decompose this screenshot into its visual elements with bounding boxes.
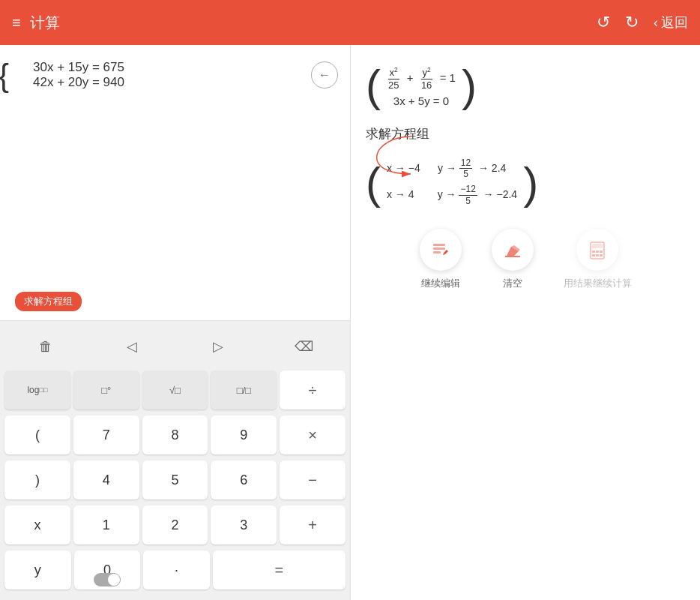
header-title: 计算 — [30, 13, 597, 33]
keyboard: 🗑 ◁ ▷ ⌫ log□□ □° √□ □/□ ÷ ( 7 8 9 × — [0, 321, 350, 600]
use-result-button[interactable]: 用结果继续计算 — [564, 229, 632, 290]
key-7[interactable]: 7 — [73, 416, 139, 454]
key-3[interactable]: 3 — [211, 506, 277, 544]
key-9[interactable]: 9 — [211, 416, 277, 454]
keyboard-row-2: ( 7 8 9 × — [3, 414, 347, 456]
header: ≡ 计算 ↺ ↻ ‹ 返回 — [0, 0, 700, 45]
continue-edit-label: 继续编辑 — [421, 277, 460, 290]
key-4[interactable]: 4 — [73, 460, 139, 500]
svg-rect-11 — [596, 254, 599, 256]
equation-lines: 30x + 15y = 675 42x + 20y = 940 — [27, 60, 124, 90]
big-paren-open: ( — [366, 64, 381, 109]
keyboard-nav-row: 🗑 ◁ ▷ ⌫ — [3, 327, 347, 366]
equation-display: { 30x + 15y = 675 42x + 20y = 940 ← — [12, 60, 338, 90]
clear-icon — [492, 229, 534, 271]
equation-line-2: 42x + 20y = 940 — [33, 75, 124, 90]
svg-rect-9 — [600, 250, 603, 253]
frac-x2-25: x2 25 — [387, 66, 400, 92]
key-add[interactable]: + — [280, 506, 346, 544]
svg-rect-3 — [433, 251, 441, 254]
clear-label: 清空 — [503, 277, 522, 290]
problem-eq-1: x2 25 + y2 16 = 1 — [387, 66, 456, 92]
key-5[interactable]: 5 — [142, 460, 208, 500]
frac-y2-16: y2 16 — [420, 66, 433, 92]
key-close-paren[interactable]: ) — [4, 460, 70, 500]
equation-line-1: 30x + 15y = 675 — [33, 60, 124, 75]
bracket-left: { — [0, 60, 9, 92]
menu-icon[interactable]: ≡ — [12, 14, 21, 32]
svg-rect-1 — [433, 244, 445, 246]
backspace-icon: ← — [319, 68, 331, 82]
key-left[interactable]: ◁ — [91, 328, 174, 364]
key-equals[interactable]: = — [213, 550, 346, 590]
continue-edit-icon — [420, 229, 462, 271]
key-delete[interactable]: 🗑 — [4, 328, 88, 364]
key-x[interactable]: x — [4, 506, 70, 544]
key-multiply[interactable]: × — [280, 416, 346, 454]
keyboard-row-5: y 0 · = — [3, 549, 347, 591]
main-content: { 30x + 15y = 675 42x + 20y = 940 ← 求解方程… — [0, 45, 700, 600]
action-buttons: 继续编辑 清空 — [366, 217, 685, 296]
key-backspace[interactable]: ⌫ — [262, 328, 346, 364]
continue-edit-button[interactable]: 继续编辑 — [420, 229, 462, 290]
key-8[interactable]: 8 — [142, 416, 208, 454]
clear-button[interactable]: 清空 — [492, 229, 534, 290]
key-log[interactable]: log□□ — [4, 370, 70, 410]
backspace-button[interactable]: ← — [311, 62, 338, 88]
key-sqrt[interactable]: √□ — [142, 370, 208, 410]
redo-button[interactable]: ↻ — [625, 13, 639, 32]
key-power[interactable]: □° — [73, 370, 139, 410]
key-2[interactable]: 2 — [142, 506, 208, 544]
solution-paren-close: ) — [523, 161, 538, 206]
key-6[interactable]: 6 — [211, 460, 277, 500]
toggle-dot — [108, 574, 120, 586]
problem-display: ( x2 25 + y2 16 = 1 3x + 5y = 0 ) — [366, 60, 685, 113]
key-y[interactable]: y — [4, 550, 71, 590]
big-paren-close: ) — [462, 64, 477, 109]
key-dot[interactable]: · — [143, 550, 210, 590]
right-panel: ( x2 25 + y2 16 = 1 3x + 5y = 0 ) — [351, 45, 700, 600]
svg-rect-6 — [592, 244, 603, 248]
left-panel: { 30x + 15y = 675 42x + 20y = 940 ← 求解方程… — [0, 45, 350, 600]
key-divide[interactable]: ÷ — [280, 370, 346, 410]
key-1[interactable]: 1 — [73, 506, 139, 544]
key-right[interactable]: ▷ — [177, 328, 260, 364]
key-fraction[interactable]: □/□ — [211, 370, 277, 410]
svg-rect-12 — [600, 254, 603, 256]
back-button[interactable]: ‹ 返回 — [654, 14, 688, 32]
use-result-icon — [576, 229, 618, 271]
keyboard-row-1: log□□ □° √□ □/□ ÷ — [3, 369, 347, 411]
keyboard-row-3: ) 4 5 6 − — [3, 459, 347, 501]
problem-eq-2: 3x + 5y = 0 — [387, 94, 456, 107]
svg-rect-7 — [592, 250, 595, 253]
input-area: { 30x + 15y = 675 42x + 20y = 940 ← 求解方程… — [0, 45, 350, 321]
key-subtract[interactable]: − — [280, 460, 346, 500]
svg-rect-8 — [596, 250, 599, 253]
key-open-paren[interactable]: ( — [4, 416, 70, 454]
key-0[interactable]: 0 — [74, 550, 141, 590]
arrow-svg — [351, 129, 501, 204]
svg-rect-2 — [433, 248, 445, 250]
header-actions: ↺ ↻ ‹ 返回 — [597, 13, 688, 32]
solve-tag[interactable]: 求解方程组 — [15, 292, 82, 311]
undo-button[interactable]: ↺ — [597, 13, 610, 32]
back-label: 返回 — [661, 14, 688, 32]
back-icon: ‹ — [654, 15, 658, 31]
keyboard-row-4: x 1 2 3 + — [3, 504, 347, 546]
toggle-pill[interactable] — [94, 573, 121, 586]
equation-system: { 30x + 15y = 675 42x + 20y = 940 — [12, 60, 124, 90]
use-result-label: 用结果继续计算 — [564, 277, 632, 290]
svg-rect-10 — [592, 254, 595, 256]
problem-inner: x2 25 + y2 16 = 1 3x + 5y = 0 — [381, 60, 462, 113]
